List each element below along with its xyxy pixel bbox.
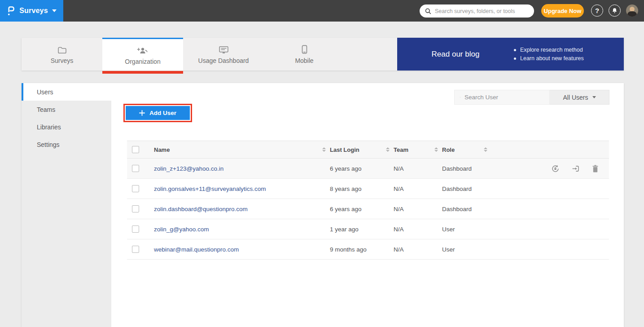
questionpro-logo-icon (7, 5, 15, 16)
tab-label: Surveys (51, 57, 74, 64)
table-row: zolin_z+123@yahoo.co.in 6 years ago N/A … (127, 159, 609, 179)
users-content: All Users Add User Name (111, 83, 624, 327)
org-sidebar: Users Teams Libraries Settings (22, 83, 111, 327)
team-value: N/A (394, 186, 404, 192)
blog-title: Read our blog (397, 50, 514, 59)
row-checkbox[interactable] (132, 185, 139, 192)
column-header-last-login[interactable]: Last Login (330, 146, 359, 153)
user-email-link[interactable]: webinar@mail.questionpro.com (154, 246, 239, 253)
sidebar-item-teams[interactable]: Teams (22, 101, 111, 118)
avatar-body (627, 11, 637, 17)
last-login-value: 1 year ago (330, 226, 359, 233)
global-search-input[interactable] (435, 8, 529, 14)
plus-icon (139, 110, 145, 116)
blog-promo-panel[interactable]: Read our blog Explore research method Le… (397, 38, 624, 71)
dashboard-icon (219, 44, 229, 54)
add-user-highlight: Add User (123, 104, 192, 122)
user-email-link[interactable]: zolin_z+123@yahoo.co.in (154, 165, 223, 172)
user-email-link[interactable]: zolin_g@yahoo.com (154, 226, 209, 233)
users-table-header: Name Last Login Team Role (127, 141, 609, 159)
sidebar-item-label: Teams (37, 106, 55, 113)
chevron-down-icon (52, 9, 57, 12)
user-filter-bar: All Users (454, 90, 609, 105)
last-login-value: 6 years ago (330, 165, 362, 172)
search-icon (460, 94, 460, 100)
blog-bullet: Learn about new features (514, 55, 584, 62)
tabstrip-spacer (345, 38, 397, 71)
folder-icon (57, 44, 67, 54)
user-filter-label: All Users (563, 94, 588, 101)
sort-icon[interactable] (434, 147, 438, 152)
login-as-user-icon[interactable] (571, 164, 580, 173)
last-login-value: 8 years ago (330, 186, 362, 192)
row-checkbox[interactable] (132, 205, 139, 212)
tab-label: Organization (125, 58, 160, 65)
search-user-input[interactable] (464, 94, 544, 101)
table-row: zolin.dashboard@questionpro.com 6 years … (127, 199, 609, 219)
user-email-link[interactable]: zolin.dashboard@questionpro.com (154, 206, 248, 212)
tab-organization[interactable]: Organization (102, 38, 183, 71)
role-value: User (442, 226, 455, 233)
search-icon (425, 8, 431, 14)
global-search (420, 4, 534, 18)
add-user-button[interactable]: Add User (126, 106, 190, 120)
table-row: zolin_g@yahoo.com 1 year ago N/A User (127, 219, 609, 239)
sidebar-item-users[interactable]: Users (22, 83, 111, 101)
product-label: Surveys (19, 7, 48, 15)
role-value: User (442, 246, 455, 253)
sort-icon[interactable] (484, 147, 487, 152)
reset-password-icon[interactable] (551, 164, 560, 173)
bell-icon (611, 7, 618, 14)
column-header-role[interactable]: Role (442, 146, 455, 153)
last-login-value: 9 months ago (330, 246, 367, 253)
column-header-team[interactable]: Team (394, 146, 408, 153)
add-user-label: Add User (149, 110, 176, 116)
row-checkbox[interactable] (132, 225, 139, 233)
team-value: N/A (394, 226, 404, 233)
sidebar-item-label: Libraries (37, 124, 61, 131)
search-user-box (454, 90, 550, 105)
add-team-icon (137, 45, 149, 55)
topbar: Surveys Upgrade Now ? (0, 0, 644, 22)
notifications-button[interactable] (609, 4, 621, 17)
sidebar-item-libraries[interactable]: Libraries (22, 118, 111, 136)
row-checkbox[interactable] (132, 165, 139, 172)
role-value: Dashboard (442, 206, 472, 212)
select-all-checkbox[interactable] (132, 146, 139, 153)
row-checkbox[interactable] (132, 246, 139, 253)
organization-tab-highlight (102, 71, 183, 74)
tab-surveys[interactable]: Surveys (22, 38, 102, 71)
sidebar-item-label: Settings (37, 141, 60, 148)
team-value: N/A (394, 246, 404, 253)
table-row: zolin.gonsalves+11@surveyanalytics.com 8… (127, 179, 609, 199)
sidebar-item-settings[interactable]: Settings (22, 136, 111, 153)
upgrade-now-button[interactable]: Upgrade Now (541, 4, 584, 18)
tab-mobile[interactable]: Mobile (264, 38, 345, 71)
module-tabs: Surveys Organization (22, 38, 624, 71)
blog-bullet: Explore research method (514, 47, 584, 53)
table-row: webinar@mail.questionpro.com 9 months ag… (127, 239, 609, 260)
organization-panel: Users Teams Libraries Settings All Users (22, 83, 624, 327)
sort-icon[interactable] (322, 147, 326, 152)
users-table: Name Last Login Team Role (127, 141, 609, 260)
product-switcher[interactable]: Surveys (0, 0, 63, 22)
column-header-name[interactable]: Name (154, 146, 170, 153)
tab-label: Usage Dashboard (198, 57, 249, 64)
blog-bullet-list: Explore research method Learn about new … (514, 44, 584, 64)
sort-icon[interactable] (386, 147, 390, 152)
tab-usage-dashboard[interactable]: Usage Dashboard (183, 38, 264, 71)
mobile-icon (302, 44, 307, 54)
tab-label: Mobile (295, 57, 313, 64)
role-value: Dashboard (442, 186, 472, 192)
team-value: N/A (394, 165, 404, 172)
team-value: N/A (394, 206, 404, 212)
avatar[interactable] (626, 4, 638, 17)
delete-user-icon[interactable] (591, 164, 599, 173)
sidebar-item-label: Users (37, 88, 53, 96)
chevron-down-icon (592, 96, 596, 98)
role-value: Dashboard (442, 165, 472, 172)
help-button[interactable]: ? (591, 4, 603, 17)
last-login-value: 6 years ago (330, 206, 362, 212)
user-filter-dropdown[interactable]: All Users (550, 90, 609, 105)
user-email-link[interactable]: zolin.gonsalves+11@surveyanalytics.com (154, 186, 266, 192)
